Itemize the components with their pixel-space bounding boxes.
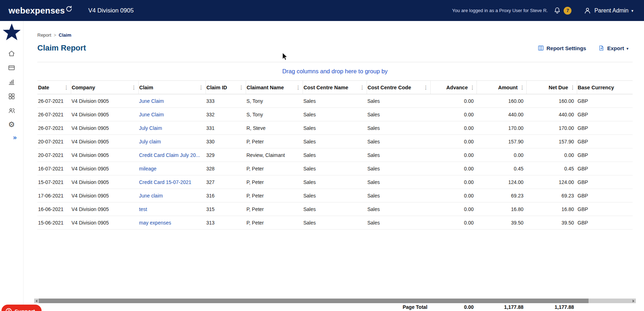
sidebar-item-users[interactable] [0,107,23,114]
column-menu-icon[interactable]: ⋮ [199,85,204,90]
column-header-company[interactable]: Company⋮ [71,81,138,94]
column-header-cost_centre_name[interactable]: Cost Centre Name⋮ [303,81,367,94]
scroll-right-arrow-icon[interactable] [631,299,636,303]
claim-link[interactable]: test [139,206,147,212]
cell-company: V4 Division 0905 [71,148,138,162]
claim-link[interactable]: June Claim [139,112,164,117]
cell-claimant_name: S, Tony [246,108,303,121]
export-chevron-down-icon: ▾ [627,47,628,51]
cell-cost_centre_code: Sales [367,202,430,216]
division-label: V4 Division 0905 [88,7,134,14]
cell-cost_centre_code: Sales [367,189,430,202]
cell-base_currency: GBP [577,135,633,148]
claim-table-body: 26-07-2021V4 Division 0905June Claim333S… [37,94,633,230]
column-menu-icon[interactable]: ⋮ [132,85,137,90]
sidebar-expand-chevron-icon[interactable]: » [13,133,23,141]
sidebar-item-addons[interactable] [0,93,23,100]
table-row: 26-07-2021V4 Division 0905July Claim331R… [37,121,633,135]
bar-chart-icon [8,78,15,86]
column-header-claim_id[interactable]: Claim ID⋮ [206,81,246,94]
export-button[interactable]: Export ▾ [598,45,628,51]
cell-base_currency: GBP [577,216,633,230]
column-header-advance[interactable]: Advance⋮ [430,81,477,94]
totals-empty-cell [577,302,633,311]
horizontal-scrollbar[interactable] [34,299,636,303]
column-header-cost_centre_code[interactable]: Cost Centre Code⋮ [367,81,430,94]
cell-base_currency: GBP [577,162,633,175]
scrollbar-thumb[interactable] [39,299,589,303]
bell-icon [553,7,561,15]
cell-cost_centre_name: Sales [303,216,367,230]
cell-claim: July claim [138,135,206,148]
cell-date: 26-07-2021 [37,121,71,135]
claim-link[interactable]: may expenses [139,220,171,226]
claim-table-header-row: Date⋮Company⋮Claim⋮Claim ID⋮Claimant Nam… [37,81,633,94]
column-menu-icon[interactable]: ⋮ [64,85,69,90]
cell-date: 26-07-2021 [37,108,71,121]
sidebar-item-claims[interactable] [0,64,23,72]
column-header-base_currency[interactable]: Base Currency [577,81,633,94]
totals-empty-cell [37,302,71,311]
cell-cost_centre_code: Sales [367,162,430,175]
report-settings-icon [538,45,544,51]
cell-advance: 0.00 [430,108,477,121]
totals-empty-cell [206,302,246,311]
column-menu-icon[interactable]: ⋮ [296,85,301,90]
notification-count-badge: 7 [564,7,571,15]
column-menu-icon[interactable]: ⋮ [570,85,575,90]
cell-advance: 0.00 [430,148,477,162]
cell-claim: June claim [138,189,206,202]
sidebar-item-home[interactable] [0,50,23,57]
cell-amount: 170.00 [477,121,526,135]
column-menu-icon[interactable]: ⋮ [424,85,429,90]
claim-link[interactable]: Credit Card 15-07-2021 [139,179,191,185]
cell-claimant_name: S, Tony [246,94,303,108]
cell-date: 16-06-2021 [37,202,71,216]
sidebar-item-settings[interactable]: ⚙ [0,121,23,128]
cell-advance: 0.00 [430,202,477,216]
claim-link[interactable]: June Claim [139,98,164,104]
breadcrumb-root[interactable]: Report [37,32,51,38]
column-label: Claim [139,85,154,90]
cell-date: 17-06-2021 [37,189,71,202]
column-header-amount[interactable]: Amount⋮ [477,81,526,94]
cell-company: V4 Division 0905 [71,216,138,230]
column-header-claim[interactable]: Claim⋮ [138,81,206,94]
claim-link[interactable]: June claim [139,193,163,199]
column-menu-icon[interactable]: ⋮ [239,85,244,90]
column-header-net_due[interactable]: Net Due⋮ [526,81,577,94]
notifications-button[interactable]: 7 [553,7,571,15]
cell-claim_id: 327 [206,175,246,189]
claim-link[interactable]: July Claim [139,125,162,131]
cell-cost_centre_name: Sales [303,189,367,202]
cell-date: 20-07-2021 [37,148,71,162]
column-header-claimant_name[interactable]: Claimant Name⋮ [246,81,303,94]
group-by-drop-zone[interactable]: Drag columns and drop here to group by [37,62,633,80]
cell-claim_id: 316 [206,189,246,202]
column-menu-icon[interactable]: ⋮ [470,85,475,90]
cell-claim: Credit Card 15-07-2021 [138,175,206,189]
scroll-left-arrow-icon[interactable] [34,299,39,303]
webexpenses-logo[interactable]: webexpenses [9,6,73,15]
cell-claim_id: 332 [206,108,246,121]
cell-claim_id: 331 [206,121,246,135]
claim-link[interactable]: mileage [139,166,156,172]
report-settings-button[interactable]: Report Settings [538,45,586,51]
column-menu-icon[interactable]: ⋮ [360,85,365,90]
column-menu-icon[interactable]: ⋮ [520,85,525,90]
star-logo[interactable] [1,22,22,42]
cell-amount: 39.50 [477,216,526,230]
cell-amount: 160.00 [477,94,526,108]
column-header-date[interactable]: Date⋮ [37,81,71,94]
cell-advance: 0.00 [430,216,477,230]
user-menu[interactable]: Parent Admin ▾ [584,7,633,15]
claim-link[interactable]: July claim [139,139,161,144]
cell-base_currency: GBP [577,108,633,121]
support-button[interactable]: ? Support [1,305,42,311]
cell-net_due: 16.80 [526,202,577,216]
claim-link[interactable]: Credit Card Claim July 20... [139,152,200,158]
sidebar-item-reports[interactable] [0,78,23,86]
cell-claimant_name: P, Peter [246,216,303,230]
cell-amount: 16.80 [477,202,526,216]
cell-company: V4 Division 0905 [71,175,138,189]
